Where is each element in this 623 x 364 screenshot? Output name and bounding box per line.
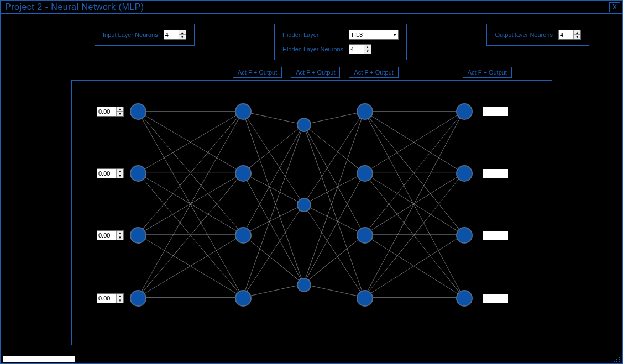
connection-line	[303, 112, 364, 125]
chevron-up-icon[interactable]: ▲	[117, 107, 123, 112]
window-title: Project 2 - Neural Network (MLP)	[5, 2, 144, 12]
neuron-output[interactable]	[456, 103, 473, 120]
neuron-input[interactable]	[130, 165, 146, 182]
chevron-down-icon[interactable]: ▼	[117, 173, 123, 178]
activation-button-out[interactable]: Act F + Output	[463, 67, 512, 78]
connection-line	[303, 204, 364, 235]
chevron-down-icon[interactable]: ▼	[179, 35, 186, 39]
connection-line	[243, 204, 303, 235]
connection-line	[303, 284, 364, 297]
connection-line	[303, 112, 364, 284]
network-canvas: ▲▼▲▼▲▼▲▼	[71, 80, 552, 345]
neuron-hidden1[interactable]	[235, 165, 252, 182]
neuron-hidden1[interactable]	[235, 290, 252, 307]
hidden-neurons-stepper[interactable]: ▲ ▼	[349, 44, 371, 54]
connection-line	[243, 284, 303, 297]
resize-grip-icon[interactable]	[612, 355, 620, 363]
neuron-hidden3[interactable]	[357, 227, 373, 244]
connection-line	[303, 173, 364, 284]
activation-button-h2[interactable]: Act F + Output	[291, 67, 340, 78]
status-bar	[1, 354, 622, 363]
output-value-box	[483, 294, 508, 303]
output-neurons-stepper[interactable]: ▲ ▼	[558, 30, 581, 40]
status-indicator	[3, 356, 75, 362]
hidden-layer-selected: HL3	[352, 31, 363, 38]
neuron-hidden1[interactable]	[235, 227, 252, 244]
neuron-output[interactable]	[456, 165, 473, 182]
neuron-input[interactable]	[130, 103, 146, 120]
chevron-up-icon[interactable]: ▲	[574, 30, 580, 35]
config-row: Input Layer Neurons ▲ ▼ Hidden Layer HL3…	[1, 14, 622, 65]
input-neurons-value[interactable]	[164, 30, 179, 39]
connection-line	[243, 125, 303, 173]
input-layer-group: Input Layer Neurons ▲ ▼	[95, 24, 195, 46]
chevron-up-icon[interactable]: ▲	[179, 30, 186, 35]
chevron-up-icon[interactable]: ▲	[117, 294, 123, 298]
output-value-box	[483, 231, 508, 240]
connection-line	[303, 125, 364, 298]
hidden-layer-select[interactable]: HL3 ▼	[349, 30, 399, 40]
hidden-neurons-label: Hidden Layer Neurons	[282, 46, 343, 52]
neuron-input[interactable]	[130, 227, 146, 244]
connection-line	[303, 125, 364, 173]
hidden-layer-label: Hidden Layer	[282, 31, 343, 38]
chevron-down-icon[interactable]: ▼	[117, 112, 123, 116]
neuron-hidden2[interactable]	[297, 118, 311, 132]
chevron-down-icon: ▼	[392, 33, 397, 38]
activation-button-h3[interactable]: Act F + Output	[349, 67, 398, 78]
connection-line	[243, 112, 303, 125]
close-icon: X	[612, 3, 617, 11]
input-value-field[interactable]	[97, 231, 116, 240]
input-value-field[interactable]	[97, 107, 116, 116]
main-window: Project 2 - Neural Network (MLP) X Input…	[0, 0, 623, 364]
close-button[interactable]: X	[609, 2, 620, 12]
chevron-down-icon[interactable]: ▼	[117, 298, 123, 303]
chevron-down-icon[interactable]: ▼	[117, 235, 123, 240]
neuron-hidden3[interactable]	[357, 103, 373, 120]
neuron-hidden2[interactable]	[297, 198, 311, 212]
input-value-field[interactable]	[97, 169, 116, 178]
chevron-up-icon[interactable]: ▲	[117, 169, 123, 173]
input-value-stepper[interactable]: ▲▼	[97, 168, 124, 178]
activation-button-h1[interactable]: Act F + Output	[233, 67, 282, 78]
input-value-field[interactable]	[97, 294, 116, 303]
chevron-down-icon[interactable]: ▼	[364, 49, 371, 54]
input-neurons-stepper[interactable]: ▲ ▼	[164, 30, 186, 40]
connection-line	[243, 173, 303, 204]
chevron-down-icon[interactable]: ▼	[574, 35, 580, 39]
connection-line	[243, 125, 303, 298]
output-layer-label: Output layer Neurons	[495, 31, 553, 38]
input-value-stepper[interactable]: ▲▼	[97, 230, 124, 240]
input-value-stepper[interactable]: ▲▼	[97, 107, 124, 117]
output-value-box	[483, 107, 508, 116]
neuron-hidden3[interactable]	[357, 165, 373, 182]
connection-line	[243, 173, 303, 284]
connection-line	[243, 235, 303, 284]
connection-line	[243, 112, 303, 284]
neuron-hidden2[interactable]	[297, 278, 311, 292]
neuron-input[interactable]	[130, 290, 146, 307]
hidden-neurons-value[interactable]	[349, 45, 364, 54]
output-neurons-value[interactable]	[559, 30, 573, 39]
output-layer-group: Output layer Neurons ▲ ▼	[486, 24, 589, 46]
connection-line	[243, 112, 303, 204]
hidden-layer-group: Hidden Layer HL3 ▼ Hidden Layer Neurons …	[274, 24, 407, 60]
neuron-hidden3[interactable]	[357, 290, 373, 307]
chevron-up-icon[interactable]: ▲	[364, 45, 371, 49]
output-value-box	[483, 169, 508, 178]
neuron-output[interactable]	[456, 227, 473, 244]
connection-line	[303, 235, 364, 284]
connection-line	[303, 112, 364, 204]
neuron-output[interactable]	[456, 290, 473, 307]
neuron-hidden1[interactable]	[235, 103, 252, 120]
title-bar: Project 2 - Neural Network (MLP) X	[1, 1, 622, 14]
connection-line	[303, 173, 364, 204]
input-layer-label: Input Layer Neurons	[103, 31, 158, 38]
input-value-stepper[interactable]: ▲▼	[97, 293, 124, 303]
connection-lines	[72, 81, 552, 345]
chevron-up-icon[interactable]: ▲	[117, 231, 123, 235]
